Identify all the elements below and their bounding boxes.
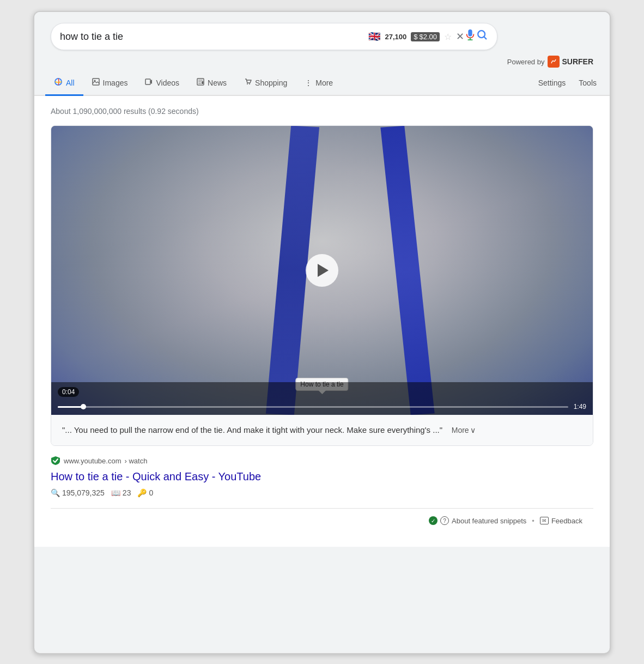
- shopping-icon: [244, 78, 252, 87]
- powered-by-row: Powered by SURFER: [51, 52, 593, 71]
- more-link[interactable]: More ∨: [452, 424, 476, 436]
- browser-frame: 🇬🇧 27,100 $ $2.00 ☆ ✕: [33, 11, 611, 654]
- more-dots-icon: ⋮: [305, 79, 312, 87]
- videos-icon: [145, 78, 153, 87]
- about-snippets-label: About featured snippets: [452, 517, 526, 525]
- key-metric: 🔑 0: [137, 488, 153, 497]
- source-row: www.youtube.com › watch: [51, 456, 593, 466]
- check-circle-icon: ✓: [429, 516, 438, 525]
- tools-link[interactable]: Tools: [576, 72, 599, 94]
- tab-news-label: News: [208, 79, 227, 87]
- results-count: About 1,090,000,000 results (0.92 second…: [51, 105, 593, 116]
- video-controls: 0:04 1:49: [51, 382, 593, 415]
- total-time: 1:49: [574, 403, 586, 411]
- flag-icon: 🇬🇧: [368, 31, 380, 43]
- tab-more-label: More: [315, 79, 333, 87]
- tab-all-label: All: [66, 79, 75, 87]
- svg-point-8: [247, 83, 248, 84]
- dollar-icon: $: [414, 33, 417, 41]
- star-icon[interactable]: ☆: [444, 32, 452, 42]
- progress-bar-area[interactable]: 1:49: [58, 403, 586, 411]
- progress-bar[interactable]: [58, 406, 568, 408]
- search-volume: 27,100: [385, 33, 406, 41]
- svg-rect-7: [202, 81, 203, 84]
- powered-by-label: Powered by: [507, 58, 545, 66]
- key-count: 0: [149, 488, 153, 497]
- clear-icon[interactable]: ✕: [456, 31, 464, 43]
- tab-videos[interactable]: Videos: [136, 71, 188, 95]
- current-time-badge: 0:04: [58, 387, 79, 397]
- feedback-label: Feedback: [551, 517, 582, 525]
- feedback-icon: ✉: [540, 517, 549, 524]
- progress-dot: [81, 404, 86, 409]
- images-icon: [92, 78, 100, 87]
- key-icon: 🔑: [137, 488, 147, 497]
- search-meta: 🇬🇧 27,100 $ $2.00 ☆ ✕: [368, 31, 464, 43]
- tab-news[interactable]: News: [188, 71, 235, 95]
- svg-rect-3: [93, 79, 99, 85]
- svg-rect-1: [550, 58, 557, 65]
- news-icon: [197, 78, 204, 87]
- featured-snippet: How to tie a tie 0:04 1:49: [51, 125, 593, 446]
- surfer-icon: [548, 56, 560, 68]
- microphone-icon[interactable]: [464, 29, 476, 44]
- source-domain: www.youtube.com: [64, 457, 121, 465]
- snippet-text-area: "... You need to pull the narrow end of …: [51, 415, 593, 445]
- surfer-brand-name: SURFER: [562, 57, 593, 66]
- nav-settings-tools: Settings Tools: [536, 72, 599, 94]
- search-input-wrapper[interactable]: 🇬🇧 27,100 $ $2.00 ☆ ✕: [51, 23, 497, 50]
- play-triangle-icon: [318, 264, 329, 277]
- video-container[interactable]: How to tie a tie 0:04 1:49: [51, 126, 593, 415]
- surfer-logo: SURFER: [548, 56, 593, 68]
- result-title-link[interactable]: How to tie a tie - Quick and Easy - YouT…: [51, 469, 593, 484]
- chevron-down-icon: ∨: [470, 424, 476, 436]
- tab-images-label: Images: [103, 79, 128, 87]
- tab-shopping-label: Shopping: [255, 79, 287, 87]
- settings-link[interactable]: Settings: [536, 72, 568, 94]
- all-icon: [54, 77, 63, 88]
- more-link-label: More: [452, 424, 469, 436]
- cost-badge: $ $2.00: [411, 32, 440, 41]
- result-metrics: 🔍 195,079,325 📖 23 🔑 0: [51, 488, 593, 497]
- book-count: 23: [123, 488, 131, 497]
- main-content: About 1,090,000,000 results (0.92 second…: [34, 96, 610, 547]
- green-shield-icon: [51, 456, 60, 466]
- tab-videos-label: Videos: [156, 79, 179, 87]
- svg-rect-5: [145, 79, 150, 84]
- dot-separator: •: [532, 517, 534, 525]
- svg-point-9: [249, 83, 250, 84]
- tab-images[interactable]: Images: [83, 71, 137, 95]
- search-input[interactable]: [60, 31, 368, 43]
- tab-more[interactable]: ⋮ More: [296, 72, 342, 95]
- about-snippets[interactable]: ✓ ? About featured snippets: [429, 516, 526, 525]
- progress-fill: [58, 406, 83, 408]
- search-row: 🇬🇧 27,100 $ $2.00 ☆ ✕: [51, 23, 593, 50]
- views-icon: 🔍: [51, 488, 60, 497]
- source-path: › watch: [125, 457, 148, 465]
- book-icon: 📖: [111, 488, 120, 497]
- views-metric: 🔍 195,079,325: [51, 488, 105, 497]
- snippet-text: "... You need to pull the narrow end of …: [62, 425, 442, 434]
- nav-tabs: All Images Videos: [34, 71, 610, 96]
- search-bar-area: 🇬🇧 27,100 $ $2.00 ☆ ✕: [34, 12, 610, 71]
- question-icon: ?: [440, 516, 449, 525]
- feedback-link[interactable]: ✉ Feedback: [540, 517, 582, 525]
- play-button[interactable]: [306, 254, 338, 287]
- tab-shopping[interactable]: Shopping: [235, 71, 296, 95]
- book-metric: 📖 23: [111, 488, 131, 497]
- search-button[interactable]: [476, 29, 488, 44]
- cost-value: $2.00: [419, 33, 437, 41]
- views-count: 195,079,325: [62, 488, 105, 497]
- bottom-bar: ✓ ? About featured snippets • ✉ Feedback: [51, 508, 593, 530]
- tab-all[interactable]: All: [45, 71, 83, 96]
